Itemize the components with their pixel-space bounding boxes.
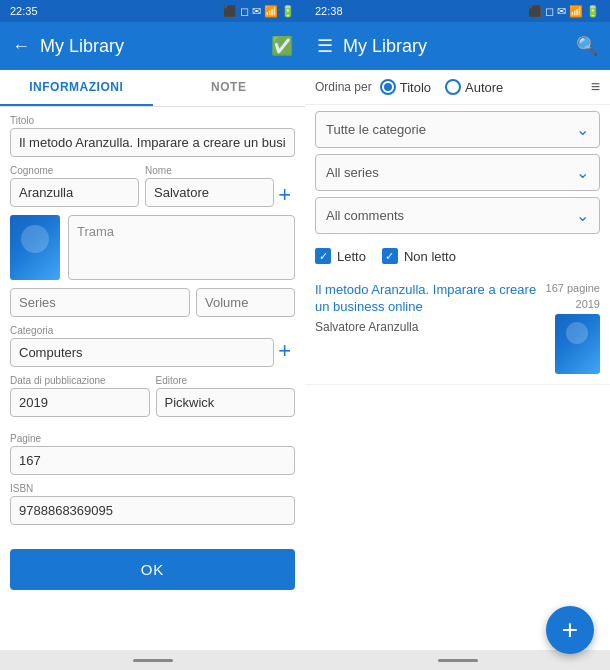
trama-box[interactable]: Trama: [68, 215, 295, 280]
trama-label: Trama: [77, 224, 114, 239]
radio-group: Titolo Autore: [380, 79, 583, 95]
comments-chevron-down-icon: ⌄: [576, 206, 589, 225]
left-status-time: 22:35: [10, 5, 38, 17]
check-circle-icon[interactable]: ✅: [271, 35, 293, 57]
fab-button[interactable]: +: [546, 606, 594, 654]
cognome-nome-row: Cognome Nome +: [10, 165, 295, 215]
order-bar: Ordina per Titolo Autore ≡: [305, 70, 610, 105]
editore-field-group: Editore: [156, 375, 296, 417]
titolo-field-group: Titolo: [10, 115, 295, 157]
pagine-input[interactable]: [10, 446, 295, 475]
comments-dropdown[interactable]: All comments ⌄: [315, 197, 600, 234]
letto-label: Letto: [337, 249, 366, 264]
isbn-field-group: ISBN: [10, 483, 295, 525]
book-list-thumbnail: [555, 314, 600, 374]
letto-checkbox[interactable]: ✓ Letto: [315, 248, 366, 264]
series-dropdown-value: All series: [326, 165, 379, 180]
back-icon[interactable]: ←: [12, 36, 30, 57]
nome-label: Nome: [145, 165, 274, 176]
order-label: Ordina per: [315, 80, 372, 94]
categories-dropdown-value: Tutte le categorie: [326, 122, 426, 137]
nome-input[interactable]: [145, 178, 274, 207]
checkbox-row: ✓ Letto ✓ Non letto: [305, 240, 610, 272]
trama-row: Trama: [10, 215, 295, 280]
right-app-bar: ☰ My Library 🔍: [305, 22, 610, 70]
add-author-button[interactable]: +: [274, 182, 295, 208]
categoria-input[interactable]: [10, 338, 274, 367]
right-status-icons: ⬛ ◻ ✉ 📶 🔋: [528, 5, 600, 18]
right-main-content: Ordina per Titolo Autore ≡ Tutte le cate…: [305, 70, 610, 650]
data-field-group: Data di pubblicazione: [10, 375, 150, 417]
book-list-thumb-face: [566, 322, 588, 344]
non-letto-checkbox[interactable]: ✓ Non letto: [382, 248, 456, 264]
categoria-row: Categoria +: [10, 325, 295, 367]
left-panel: 22:35 ⬛ ◻ ✉ 📶 🔋 ← My Library ✅ INFORMAZI…: [0, 0, 305, 670]
radio-titolo-circle: [380, 79, 396, 95]
titolo-label: Titolo: [10, 115, 295, 126]
pagine-label: Pagine: [10, 433, 295, 444]
cognome-field-group: Cognome: [10, 165, 139, 207]
add-category-button[interactable]: +: [274, 338, 295, 364]
left-status-icons: ⬛ ◻ ✉ 📶 🔋: [223, 5, 295, 18]
book-year: 2019: [576, 298, 600, 310]
data-label: Data di pubblicazione: [10, 375, 150, 386]
right-panel: 22:38 ⬛ ◻ ✉ 📶 🔋 ☰ My Library 🔍 Ordina pe…: [305, 0, 610, 670]
hamburger-icon[interactable]: ☰: [317, 35, 333, 57]
right-status-time: 22:38: [315, 5, 343, 17]
radio-titolo-label: Titolo: [400, 80, 431, 95]
editore-label: Editore: [156, 375, 296, 386]
search-icon[interactable]: 🔍: [576, 35, 598, 57]
tabs-bar: INFORMAZIONI NOTE: [0, 70, 305, 107]
right-status-bar: 22:38 ⬛ ◻ ✉ 📶 🔋: [305, 0, 610, 22]
nome-field-group: Nome: [145, 165, 274, 207]
tab-note[interactable]: NOTE: [153, 70, 306, 106]
isbn-label: ISBN: [10, 483, 295, 494]
categories-chevron-down-icon: ⌄: [576, 120, 589, 139]
radio-autore-label: Autore: [465, 80, 503, 95]
cognome-input[interactable]: [10, 178, 139, 207]
date-publisher-row: Data di pubblicazione Editore: [10, 375, 295, 425]
ok-button[interactable]: OK: [10, 549, 295, 590]
left-app-title: My Library: [40, 36, 261, 57]
left-bottom-bar: [0, 650, 305, 670]
categoria-label: Categoria: [10, 325, 274, 336]
left-home-indicator: [133, 659, 173, 662]
book-title-link[interactable]: Il metodo Aranzulla. Imparare a creare u…: [315, 282, 538, 316]
categoria-field-group: Categoria: [10, 325, 274, 367]
form-section: Titolo Cognome Nome +: [0, 107, 305, 541]
titolo-input[interactable]: [10, 128, 295, 157]
left-form-content: Titolo Cognome Nome +: [0, 107, 305, 650]
pagine-field-group: Pagine: [10, 433, 295, 475]
book-author: Salvatore Aranzulla: [315, 320, 538, 334]
series-input[interactable]: [10, 288, 190, 317]
cognome-label: Cognome: [10, 165, 139, 176]
comments-dropdown-value: All comments: [326, 208, 404, 223]
data-input[interactable]: [10, 388, 150, 417]
radio-titolo[interactable]: Titolo: [380, 79, 431, 95]
tab-informazioni[interactable]: INFORMAZIONI: [0, 70, 153, 106]
categories-dropdown[interactable]: Tutte le categorie ⌄: [315, 111, 600, 148]
series-volume-row: [10, 288, 295, 317]
left-app-bar: ← My Library ✅: [0, 22, 305, 70]
radio-autore-circle: [445, 79, 461, 95]
book-thumb-face: [21, 225, 49, 253]
non-letto-label: Non letto: [404, 249, 456, 264]
non-letto-checkbox-box: ✓: [382, 248, 398, 264]
book-info: Il metodo Aranzulla. Imparare a creare u…: [315, 282, 538, 334]
editore-input[interactable]: [156, 388, 296, 417]
book-pages: 167 pagine: [546, 282, 600, 294]
book-list-item: Il metodo Aranzulla. Imparare a creare u…: [305, 272, 610, 385]
isbn-input[interactable]: [10, 496, 295, 525]
filter-icon[interactable]: ≡: [591, 78, 600, 96]
right-home-indicator: [438, 659, 478, 662]
book-thumbnail: [10, 215, 60, 280]
series-dropdown[interactable]: All series ⌄: [315, 154, 600, 191]
right-app-title: My Library: [343, 36, 566, 57]
radio-autore[interactable]: Autore: [445, 79, 503, 95]
volume-input[interactable]: [196, 288, 295, 317]
letto-checkbox-box: ✓: [315, 248, 331, 264]
series-chevron-down-icon: ⌄: [576, 163, 589, 182]
left-status-bar: 22:35 ⬛ ◻ ✉ 📶 🔋: [0, 0, 305, 22]
